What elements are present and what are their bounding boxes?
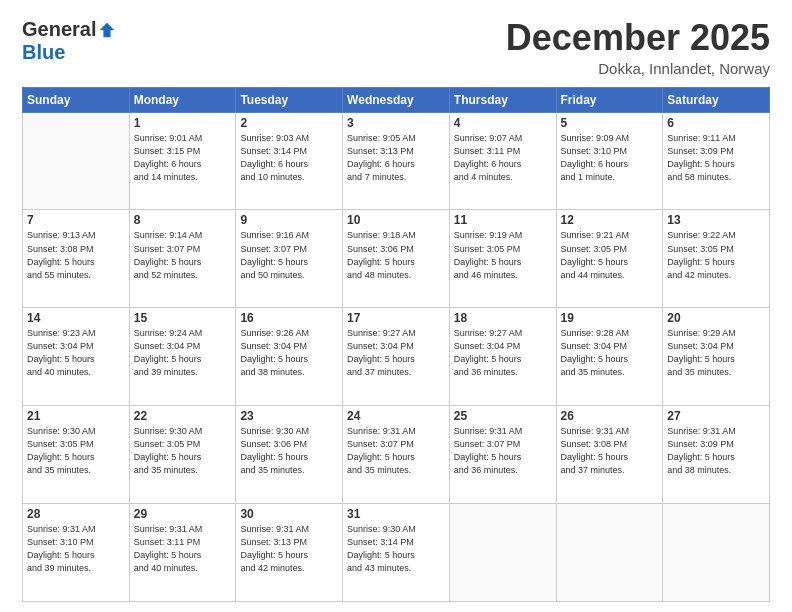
day-info: Sunrise: 9:30 AM Sunset: 3:05 PM Dayligh… — [27, 425, 125, 477]
day-number: 8 — [134, 213, 232, 227]
calendar-cell — [556, 504, 663, 602]
calendar-cell: 19Sunrise: 9:28 AM Sunset: 3:04 PM Dayli… — [556, 308, 663, 406]
calendar-cell — [23, 112, 130, 210]
day-number: 2 — [240, 116, 338, 130]
calendar-cell: 17Sunrise: 9:27 AM Sunset: 3:04 PM Dayli… — [343, 308, 450, 406]
day-info: Sunrise: 9:21 AM Sunset: 3:05 PM Dayligh… — [561, 229, 659, 281]
day-info: Sunrise: 9:16 AM Sunset: 3:07 PM Dayligh… — [240, 229, 338, 281]
day-number: 5 — [561, 116, 659, 130]
day-info: Sunrise: 9:23 AM Sunset: 3:04 PM Dayligh… — [27, 327, 125, 379]
calendar-cell: 31Sunrise: 9:30 AM Sunset: 3:14 PM Dayli… — [343, 504, 450, 602]
calendar-cell: 10Sunrise: 9:18 AM Sunset: 3:06 PM Dayli… — [343, 210, 450, 308]
day-info: Sunrise: 9:09 AM Sunset: 3:10 PM Dayligh… — [561, 132, 659, 184]
weekday-header-thursday: Thursday — [449, 87, 556, 112]
day-number: 19 — [561, 311, 659, 325]
day-number: 1 — [134, 116, 232, 130]
day-info: Sunrise: 9:07 AM Sunset: 3:11 PM Dayligh… — [454, 132, 552, 184]
day-info: Sunrise: 9:11 AM Sunset: 3:09 PM Dayligh… — [667, 132, 765, 184]
calendar-cell: 25Sunrise: 9:31 AM Sunset: 3:07 PM Dayli… — [449, 406, 556, 504]
day-number: 7 — [27, 213, 125, 227]
calendar-cell: 13Sunrise: 9:22 AM Sunset: 3:05 PM Dayli… — [663, 210, 770, 308]
day-number: 28 — [27, 507, 125, 521]
svg-marker-0 — [100, 22, 114, 36]
day-info: Sunrise: 9:28 AM Sunset: 3:04 PM Dayligh… — [561, 327, 659, 379]
day-number: 17 — [347, 311, 445, 325]
day-number: 18 — [454, 311, 552, 325]
calendar-cell: 15Sunrise: 9:24 AM Sunset: 3:04 PM Dayli… — [129, 308, 236, 406]
calendar-cell: 27Sunrise: 9:31 AM Sunset: 3:09 PM Dayli… — [663, 406, 770, 504]
calendar-cell: 29Sunrise: 9:31 AM Sunset: 3:11 PM Dayli… — [129, 504, 236, 602]
weekday-header-wednesday: Wednesday — [343, 87, 450, 112]
calendar-cell: 23Sunrise: 9:30 AM Sunset: 3:06 PM Dayli… — [236, 406, 343, 504]
calendar-cell: 8Sunrise: 9:14 AM Sunset: 3:07 PM Daylig… — [129, 210, 236, 308]
location: Dokka, Innlandet, Norway — [506, 60, 770, 77]
day-number: 3 — [347, 116, 445, 130]
calendar-cell: 12Sunrise: 9:21 AM Sunset: 3:05 PM Dayli… — [556, 210, 663, 308]
day-info: Sunrise: 9:01 AM Sunset: 3:15 PM Dayligh… — [134, 132, 232, 184]
weekday-header-row: SundayMondayTuesdayWednesdayThursdayFrid… — [23, 87, 770, 112]
day-info: Sunrise: 9:31 AM Sunset: 3:08 PM Dayligh… — [561, 425, 659, 477]
calendar-cell: 2Sunrise: 9:03 AM Sunset: 3:14 PM Daylig… — [236, 112, 343, 210]
day-info: Sunrise: 9:30 AM Sunset: 3:14 PM Dayligh… — [347, 523, 445, 575]
day-number: 14 — [27, 311, 125, 325]
calendar-cell: 20Sunrise: 9:29 AM Sunset: 3:04 PM Dayli… — [663, 308, 770, 406]
calendar-cell: 4Sunrise: 9:07 AM Sunset: 3:11 PM Daylig… — [449, 112, 556, 210]
weekday-header-saturday: Saturday — [663, 87, 770, 112]
calendar-cell: 28Sunrise: 9:31 AM Sunset: 3:10 PM Dayli… — [23, 504, 130, 602]
day-number: 6 — [667, 116, 765, 130]
day-info: Sunrise: 9:31 AM Sunset: 3:09 PM Dayligh… — [667, 425, 765, 477]
week-row-5: 28Sunrise: 9:31 AM Sunset: 3:10 PM Dayli… — [23, 504, 770, 602]
day-number: 9 — [240, 213, 338, 227]
day-info: Sunrise: 9:18 AM Sunset: 3:06 PM Dayligh… — [347, 229, 445, 281]
day-info: Sunrise: 9:22 AM Sunset: 3:05 PM Dayligh… — [667, 229, 765, 281]
day-number: 29 — [134, 507, 232, 521]
logo-icon — [98, 21, 116, 39]
day-info: Sunrise: 9:05 AM Sunset: 3:13 PM Dayligh… — [347, 132, 445, 184]
day-info: Sunrise: 9:31 AM Sunset: 3:13 PM Dayligh… — [240, 523, 338, 575]
day-number: 13 — [667, 213, 765, 227]
week-row-3: 14Sunrise: 9:23 AM Sunset: 3:04 PM Dayli… — [23, 308, 770, 406]
logo-general: General — [22, 18, 96, 41]
day-info: Sunrise: 9:03 AM Sunset: 3:14 PM Dayligh… — [240, 132, 338, 184]
calendar-table: SundayMondayTuesdayWednesdayThursdayFrid… — [22, 87, 770, 602]
calendar-cell — [449, 504, 556, 602]
calendar-cell: 3Sunrise: 9:05 AM Sunset: 3:13 PM Daylig… — [343, 112, 450, 210]
calendar-cell: 1Sunrise: 9:01 AM Sunset: 3:15 PM Daylig… — [129, 112, 236, 210]
calendar-cell: 26Sunrise: 9:31 AM Sunset: 3:08 PM Dayli… — [556, 406, 663, 504]
day-info: Sunrise: 9:19 AM Sunset: 3:05 PM Dayligh… — [454, 229, 552, 281]
calendar-cell: 9Sunrise: 9:16 AM Sunset: 3:07 PM Daylig… — [236, 210, 343, 308]
day-info: Sunrise: 9:30 AM Sunset: 3:06 PM Dayligh… — [240, 425, 338, 477]
day-number: 25 — [454, 409, 552, 423]
day-number: 26 — [561, 409, 659, 423]
day-info: Sunrise: 9:27 AM Sunset: 3:04 PM Dayligh… — [454, 327, 552, 379]
day-info: Sunrise: 9:31 AM Sunset: 3:07 PM Dayligh… — [454, 425, 552, 477]
header: General Blue December 2025 Dokka, Innlan… — [22, 18, 770, 77]
calendar-cell — [663, 504, 770, 602]
calendar-cell: 14Sunrise: 9:23 AM Sunset: 3:04 PM Dayli… — [23, 308, 130, 406]
day-number: 22 — [134, 409, 232, 423]
week-row-4: 21Sunrise: 9:30 AM Sunset: 3:05 PM Dayli… — [23, 406, 770, 504]
logo: General Blue — [22, 18, 116, 64]
calendar-cell: 24Sunrise: 9:31 AM Sunset: 3:07 PM Dayli… — [343, 406, 450, 504]
day-info: Sunrise: 9:29 AM Sunset: 3:04 PM Dayligh… — [667, 327, 765, 379]
weekday-header-tuesday: Tuesday — [236, 87, 343, 112]
day-number: 27 — [667, 409, 765, 423]
day-number: 10 — [347, 213, 445, 227]
day-info: Sunrise: 9:30 AM Sunset: 3:05 PM Dayligh… — [134, 425, 232, 477]
day-info: Sunrise: 9:14 AM Sunset: 3:07 PM Dayligh… — [134, 229, 232, 281]
calendar-cell: 7Sunrise: 9:13 AM Sunset: 3:08 PM Daylig… — [23, 210, 130, 308]
calendar-cell: 16Sunrise: 9:26 AM Sunset: 3:04 PM Dayli… — [236, 308, 343, 406]
day-number: 15 — [134, 311, 232, 325]
day-info: Sunrise: 9:13 AM Sunset: 3:08 PM Dayligh… — [27, 229, 125, 281]
page: General Blue December 2025 Dokka, Innlan… — [0, 0, 792, 612]
calendar-cell: 18Sunrise: 9:27 AM Sunset: 3:04 PM Dayli… — [449, 308, 556, 406]
weekday-header-friday: Friday — [556, 87, 663, 112]
calendar-cell: 21Sunrise: 9:30 AM Sunset: 3:05 PM Dayli… — [23, 406, 130, 504]
calendar-cell: 30Sunrise: 9:31 AM Sunset: 3:13 PM Dayli… — [236, 504, 343, 602]
day-number: 12 — [561, 213, 659, 227]
title-block: December 2025 Dokka, Innlandet, Norway — [506, 18, 770, 77]
day-number: 23 — [240, 409, 338, 423]
day-info: Sunrise: 9:26 AM Sunset: 3:04 PM Dayligh… — [240, 327, 338, 379]
calendar-cell: 22Sunrise: 9:30 AM Sunset: 3:05 PM Dayli… — [129, 406, 236, 504]
day-number: 20 — [667, 311, 765, 325]
